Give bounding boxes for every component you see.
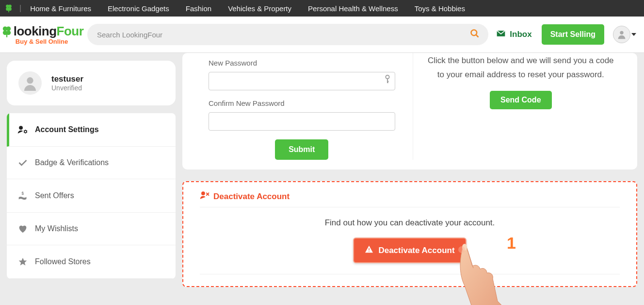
nav-fashion[interactable]: Fashion bbox=[186, 4, 211, 13]
sidebar-item-account-settings[interactable]: Account Settings bbox=[7, 113, 176, 147]
search-input[interactable] bbox=[87, 24, 488, 45]
nav-toys-hobbies[interactable]: Toys & Hobbies bbox=[415, 4, 465, 13]
svg-rect-9 bbox=[6, 34, 7, 37]
sidebar-item-label: My Wishlists bbox=[35, 224, 78, 233]
annotation-step-number: 1 bbox=[507, 234, 516, 253]
svg-rect-23 bbox=[369, 248, 370, 250]
divider: | bbox=[19, 4, 21, 13]
brand-text-four: Four bbox=[57, 24, 84, 38]
svg-text:$: $ bbox=[22, 191, 24, 196]
brand[interactable]: lookingFour Buy & Sell Online bbox=[3, 24, 80, 45]
svg-line-11 bbox=[476, 35, 479, 37]
sidebar-item-label: Followed Stores bbox=[35, 257, 91, 266]
nav-electronic-gadgets[interactable]: Electronic Gadgets bbox=[108, 4, 169, 13]
search-icon[interactable] bbox=[470, 29, 480, 40]
svg-rect-20 bbox=[387, 81, 389, 82]
confirm-password-label: Confirm New Password bbox=[209, 99, 395, 107]
user-x-icon bbox=[200, 191, 209, 202]
svg-marker-17 bbox=[19, 258, 27, 266]
inbox-label: Inbox bbox=[510, 30, 531, 39]
warning-triangle-icon bbox=[365, 245, 373, 255]
svg-rect-24 bbox=[369, 251, 370, 252]
deactivate-description: Find out how you can deactivate your acc… bbox=[200, 218, 620, 228]
svg-point-6 bbox=[6, 26, 10, 31]
user-menu-dropdown[interactable] bbox=[613, 26, 636, 43]
caret-down-icon bbox=[631, 33, 636, 36]
user-avatar-icon bbox=[18, 71, 42, 95]
new-password-input[interactable] bbox=[209, 72, 395, 90]
new-password-label: New Password bbox=[209, 59, 395, 67]
sidebar-item-label: Sent Offers bbox=[35, 191, 74, 200]
sidebar-item-sent-offers[interactable]: $ Sent Offers bbox=[7, 179, 176, 213]
sidebar-item-label: Badge & Verifications bbox=[35, 158, 109, 167]
side-menu: Account Settings Badge & Verifications $… bbox=[7, 113, 176, 279]
svg-rect-21 bbox=[387, 82, 388, 83]
svg-rect-4 bbox=[8, 10, 9, 12]
avatar-icon bbox=[613, 26, 630, 43]
submit-button[interactable]: Submit bbox=[275, 139, 328, 160]
password-panel: New Password Confirm New Password Submit bbox=[182, 53, 637, 169]
brand-text-looking: looking bbox=[14, 24, 57, 38]
sidebar-item-label: Account Settings bbox=[35, 125, 99, 134]
sidebar-item-followed-stores[interactable]: Followed Stores bbox=[7, 245, 176, 279]
clover-logo-icon bbox=[0, 25, 14, 38]
send-code-button[interactable]: Send Code bbox=[490, 91, 552, 109]
svg-point-14 bbox=[19, 126, 23, 130]
user-gear-icon bbox=[17, 125, 28, 135]
user-card: testuser Unverified bbox=[7, 61, 176, 105]
heart-icon bbox=[17, 224, 28, 233]
inbox-link[interactable]: Inbox bbox=[496, 30, 531, 40]
check-icon bbox=[17, 159, 28, 167]
main: New Password Confirm New Password Submit bbox=[182, 53, 644, 287]
top-nav: | Home & Furnitures Electronic Gadgets F… bbox=[0, 0, 644, 17]
sidebar-item-my-wishlists[interactable]: My Wishlists bbox=[7, 213, 176, 245]
svg-point-18 bbox=[386, 75, 389, 79]
confirm-password-input[interactable] bbox=[209, 112, 395, 131]
svg-point-22 bbox=[201, 191, 205, 195]
sidebar-item-badge-verifications[interactable]: Badge & Verifications bbox=[7, 147, 176, 179]
nav-home-furnitures[interactable]: Home & Furnitures bbox=[30, 4, 91, 13]
brand-tagline: Buy & Sell Online bbox=[16, 38, 68, 45]
svg-point-1 bbox=[8, 5, 12, 8]
user-status: Unverified bbox=[51, 84, 83, 92]
clover-small-icon bbox=[3, 2, 15, 14]
deactivate-button-label: Deactivate Account bbox=[378, 246, 454, 255]
star-icon bbox=[17, 257, 28, 267]
deactivate-account-button[interactable]: Deactivate Account bbox=[353, 237, 466, 263]
nav-vehicles-property[interactable]: Vehicles & Property bbox=[228, 4, 291, 13]
start-selling-button[interactable]: Start Selling bbox=[542, 24, 604, 45]
svg-rect-19 bbox=[387, 78, 388, 83]
username: testuser bbox=[51, 74, 83, 84]
hand-dollar-icon: $ bbox=[17, 191, 28, 201]
svg-point-15 bbox=[24, 131, 27, 133]
svg-point-12 bbox=[620, 31, 623, 34]
deactivate-title: Deactivate Account bbox=[213, 192, 290, 202]
reset-password-message: Click the button below and we will send … bbox=[428, 54, 614, 82]
svg-point-10 bbox=[471, 30, 477, 36]
key-icon bbox=[385, 75, 390, 85]
deactivate-panel: Deactivate Account Find out how you can … bbox=[182, 181, 637, 287]
search-wrap bbox=[87, 24, 488, 45]
sidebar: testuser Unverified Account Settings Bad… bbox=[0, 53, 182, 287]
envelope-icon bbox=[496, 30, 506, 40]
svg-point-13 bbox=[27, 77, 33, 84]
nav-personal-health[interactable]: Personal Health & Wellness bbox=[308, 4, 398, 13]
header: lookingFour Buy & Sell Online Inbox Star… bbox=[0, 17, 644, 53]
